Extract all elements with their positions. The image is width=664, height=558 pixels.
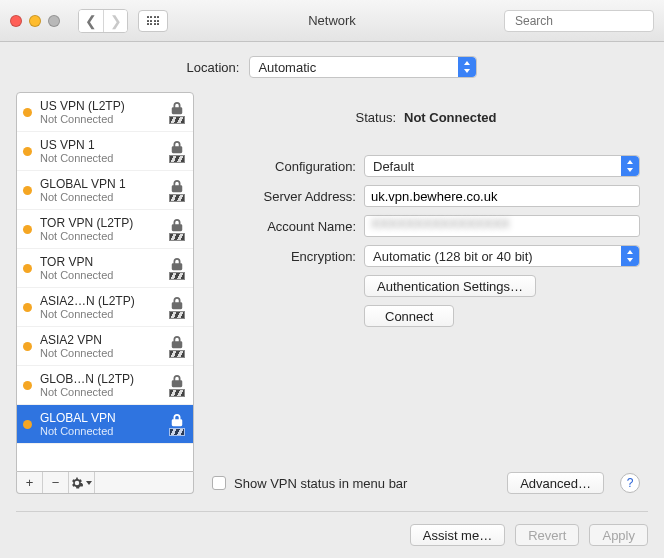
search-field[interactable] bbox=[504, 10, 654, 32]
nav-back-forward: ❮ ❯ bbox=[78, 9, 128, 33]
connection-name: TOR VPN bbox=[40, 255, 163, 269]
server-address-label: Server Address: bbox=[212, 189, 356, 204]
minimize-window[interactable] bbox=[29, 15, 41, 27]
zoom-window[interactable] bbox=[48, 15, 60, 27]
connection-item[interactable]: GLOBAL VPN Not Connected bbox=[17, 405, 193, 444]
close-window[interactable] bbox=[10, 15, 22, 27]
connect-button[interactable]: Connect bbox=[364, 305, 454, 327]
connection-name: ASIA2…N (L2TP) bbox=[40, 294, 163, 308]
vpn-type-icon bbox=[169, 140, 185, 163]
gear-icon bbox=[71, 477, 92, 489]
status-dot-icon bbox=[23, 225, 32, 234]
divider bbox=[16, 511, 648, 512]
vpn-type-icon bbox=[169, 374, 185, 397]
connection-item[interactable]: TOR VPN Not Connected bbox=[17, 249, 193, 288]
account-name-input[interactable]: XXXXXXXXXXXXXXXX bbox=[364, 215, 640, 237]
status-dot-icon bbox=[23, 420, 32, 429]
lock-icon bbox=[170, 257, 184, 271]
connection-item[interactable]: ASIA2 VPN Not Connected bbox=[17, 327, 193, 366]
connection-status: Not Connected bbox=[40, 425, 163, 437]
status-dot-icon bbox=[23, 147, 32, 156]
connection-item[interactable]: GLOB…N (L2TP) Not Connected bbox=[17, 366, 193, 405]
add-connection-button[interactable]: + bbox=[17, 472, 43, 493]
configuration-label: Configuration: bbox=[212, 159, 356, 174]
connection-name: TOR VPN (L2TP) bbox=[40, 216, 163, 230]
location-label: Location: bbox=[187, 60, 240, 75]
encryption-value: Automatic (128 bit or 40 bit) bbox=[373, 249, 533, 264]
show-vpn-menubar-checkbox[interactable] bbox=[212, 476, 226, 490]
stepper-icon bbox=[621, 246, 639, 266]
connection-name: ASIA2 VPN bbox=[40, 333, 163, 347]
advanced-button[interactable]: Advanced… bbox=[507, 472, 604, 494]
revert-button[interactable]: Revert bbox=[515, 524, 579, 546]
status-value: Not Connected bbox=[404, 110, 496, 125]
vpn-type-icon bbox=[169, 179, 185, 202]
connection-status: Not Connected bbox=[40, 308, 163, 320]
stripe-icon bbox=[169, 428, 185, 436]
show-all-prefs-button[interactable] bbox=[138, 10, 168, 32]
stripe-icon bbox=[169, 389, 185, 397]
connection-status: Not Connected bbox=[40, 386, 163, 398]
help-button[interactable]: ? bbox=[620, 473, 640, 493]
connection-status: Not Connected bbox=[40, 269, 163, 281]
back-button[interactable]: ❮ bbox=[79, 10, 103, 32]
lock-icon bbox=[170, 179, 184, 193]
status-dot-icon bbox=[23, 264, 32, 273]
lock-icon bbox=[170, 374, 184, 388]
connection-name: GLOBAL VPN 1 bbox=[40, 177, 163, 191]
connection-item[interactable]: US VPN 1 Not Connected bbox=[17, 132, 193, 171]
status-dot-icon bbox=[23, 381, 32, 390]
authentication-settings-button[interactable]: Authentication Settings… bbox=[364, 275, 536, 297]
connection-name: US VPN 1 bbox=[40, 138, 163, 152]
show-vpn-menubar-label: Show VPN status in menu bar bbox=[234, 476, 407, 491]
lock-icon bbox=[170, 218, 184, 232]
lock-icon bbox=[170, 296, 184, 310]
connection-item[interactable]: ASIA2…N (L2TP) Not Connected bbox=[17, 288, 193, 327]
stripe-icon bbox=[169, 116, 185, 124]
connection-actions-button[interactable] bbox=[69, 472, 95, 493]
vpn-type-icon bbox=[169, 101, 185, 124]
vpn-type-icon bbox=[169, 218, 185, 241]
encryption-label: Encryption: bbox=[212, 249, 356, 264]
stripe-icon bbox=[169, 194, 185, 202]
status-dot-icon bbox=[23, 303, 32, 312]
search-input[interactable] bbox=[515, 14, 664, 28]
location-select[interactable]: Automatic bbox=[249, 56, 477, 78]
connection-item[interactable]: TOR VPN (L2TP) Not Connected bbox=[17, 210, 193, 249]
server-address-input[interactable] bbox=[364, 185, 640, 207]
stepper-icon bbox=[458, 57, 476, 77]
lock-icon bbox=[170, 413, 184, 427]
connection-list[interactable]: US VPN (L2TP) Not Connected US VPN 1 Not… bbox=[16, 92, 194, 472]
account-name-label: Account Name: bbox=[212, 219, 356, 234]
vpn-type-icon bbox=[169, 335, 185, 358]
encryption-select[interactable]: Automatic (128 bit or 40 bit) bbox=[364, 245, 640, 267]
connection-status: Not Connected bbox=[40, 347, 163, 359]
stripe-icon bbox=[169, 233, 185, 241]
apply-button[interactable]: Apply bbox=[589, 524, 648, 546]
status-dot-icon bbox=[23, 186, 32, 195]
stripe-icon bbox=[169, 272, 185, 280]
connection-status: Not Connected bbox=[40, 113, 163, 125]
remove-connection-button[interactable]: − bbox=[43, 472, 69, 493]
connection-status: Not Connected bbox=[40, 191, 163, 203]
connection-status: Not Connected bbox=[40, 230, 163, 242]
stripe-icon bbox=[169, 155, 185, 163]
status-label: Status: bbox=[356, 110, 396, 125]
assist-me-button[interactable]: Assist me… bbox=[410, 524, 505, 546]
vpn-type-icon bbox=[169, 413, 185, 436]
vpn-type-icon bbox=[169, 257, 185, 280]
connection-name: GLOB…N (L2TP) bbox=[40, 372, 163, 386]
forward-button[interactable]: ❯ bbox=[103, 10, 127, 32]
status-dot-icon bbox=[23, 342, 32, 351]
lock-icon bbox=[170, 335, 184, 349]
connection-item[interactable]: US VPN (L2TP) Not Connected bbox=[17, 93, 193, 132]
lock-icon bbox=[170, 101, 184, 115]
configuration-value: Default bbox=[373, 159, 414, 174]
connection-item[interactable]: GLOBAL VPN 1 Not Connected bbox=[17, 171, 193, 210]
stripe-icon bbox=[169, 311, 185, 319]
connection-name: US VPN (L2TP) bbox=[40, 99, 163, 113]
location-value: Automatic bbox=[258, 60, 316, 75]
connection-status: Not Connected bbox=[40, 152, 163, 164]
grid-icon bbox=[147, 16, 160, 25]
configuration-select[interactable]: Default bbox=[364, 155, 640, 177]
